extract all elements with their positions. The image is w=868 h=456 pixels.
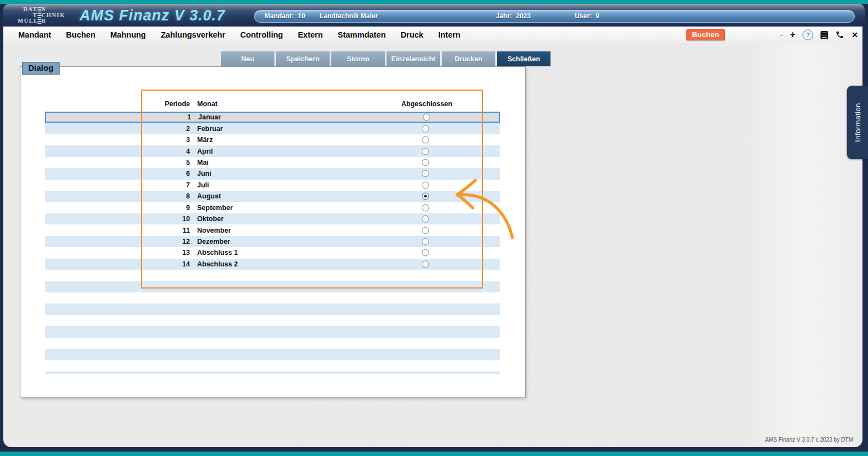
- radio-abgeschlossen[interactable]: [422, 125, 429, 132]
- mandant-value: 10: [298, 11, 305, 22]
- schlie-en-button[interactable]: Schließen: [497, 51, 551, 66]
- radio-abgeschlossen[interactable]: [423, 114, 430, 121]
- menu-item-intern[interactable]: Intern: [438, 30, 461, 39]
- jahr-value: 2023: [516, 11, 531, 22]
- cell-monat: August: [197, 192, 221, 200]
- cell-periode: 14: [45, 260, 190, 268]
- close-button[interactable]: ✕: [851, 31, 858, 39]
- table-row[interactable]: 2Februar: [45, 123, 500, 134]
- table-row[interactable]: 5Mai: [45, 157, 500, 168]
- cell-monat: Februar: [197, 125, 223, 133]
- cell-monat: September: [197, 204, 233, 212]
- menu-item-controlling[interactable]: Controlling: [240, 30, 283, 39]
- table-row[interactable]: [45, 360, 500, 371]
- maximize-button[interactable]: +: [790, 30, 795, 39]
- menu-item-mahnung[interactable]: Mahnung: [110, 30, 146, 39]
- table-row[interactable]: 13Abschluss 1: [45, 247, 500, 258]
- cell-periode: 10: [45, 215, 190, 223]
- menu-item-buchen[interactable]: Buchen: [66, 30, 96, 39]
- table-row[interactable]: 1Januar: [45, 112, 500, 123]
- radio-abgeschlossen[interactable]: [422, 260, 429, 268]
- mandant-label: Mandant:: [264, 11, 294, 22]
- table-row[interactable]: [45, 281, 500, 292]
- table-row[interactable]: 3März: [45, 134, 500, 145]
- table-row[interactable]: [45, 326, 500, 337]
- cell-monat: Januar: [198, 113, 221, 121]
- mandant-info: Mandant: 10: [264, 11, 305, 22]
- main-content: NeuSpeichernStornoEinzelansichtDruckenSc…: [3, 43, 862, 447]
- radio-abgeschlossen[interactable]: [422, 159, 429, 166]
- cell-monat: Oktober: [197, 215, 224, 223]
- menu-item-zahlungsverkehr[interactable]: Zahlungsverkehr: [161, 30, 225, 39]
- radio-abgeschlossen[interactable]: [422, 249, 429, 256]
- table-row[interactable]: 11November: [45, 224, 500, 235]
- table-row[interactable]: 14Abschluss 2: [45, 259, 500, 270]
- cell-monat: Mai: [197, 159, 209, 166]
- dialog-panel: Periode Monat Abgeschlossen 1Januar2Febr…: [20, 66, 526, 397]
- table-row[interactable]: 6Juni: [45, 168, 500, 179]
- menu-item-druck[interactable]: Druck: [401, 30, 424, 39]
- toolbar: NeuSpeichernStornoEinzelansichtDruckenSc…: [221, 51, 551, 66]
- column-header-monat: Monat: [197, 100, 218, 108]
- column-header-abgeschlossen: Abgeschlossen: [372, 100, 482, 108]
- cell-periode: 7: [45, 181, 190, 189]
- speichern-button[interactable]: Speichern: [276, 51, 330, 66]
- notes-icon[interactable]: [821, 31, 828, 39]
- table-row[interactable]: [45, 315, 500, 326]
- radio-abgeschlossen[interactable]: [422, 193, 429, 200]
- information-side-tab[interactable]: Information: [847, 86, 868, 159]
- table-row[interactable]: 7Juli: [45, 180, 500, 191]
- menu-item-stammdaten[interactable]: Stammdaten: [338, 30, 386, 39]
- cell-monat: Juli: [197, 181, 209, 189]
- table-row[interactable]: 10Oktober: [45, 213, 500, 224]
- logo-text: R: [41, 18, 65, 24]
- radio-abgeschlossen[interactable]: [422, 137, 429, 144]
- app-title: AMS Finanz V 3.0.7: [80, 7, 225, 24]
- radio-abgeschlossen[interactable]: [422, 170, 429, 177]
- table-row[interactable]: [45, 303, 500, 315]
- dialog-tab-label: Dialog: [22, 62, 60, 75]
- logo-text: DAT: [18, 7, 38, 13]
- table-row[interactable]: [45, 338, 500, 349]
- radio-abgeschlossen[interactable]: [422, 238, 429, 245]
- table-row[interactable]: 8August: [45, 191, 500, 202]
- drucken-button[interactable]: Drucken: [442, 51, 495, 66]
- table-row[interactable]: 4April: [45, 145, 500, 156]
- client-name: Landtechnik Maier: [320, 11, 378, 22]
- table-row[interactable]: 12Dezember: [45, 236, 500, 247]
- help-icon[interactable]: ?: [802, 29, 813, 40]
- radio-abgeschlossen[interactable]: [422, 227, 429, 234]
- cell-monat: Dezember: [197, 238, 230, 245]
- table-row[interactable]: [45, 270, 500, 281]
- cell-periode: 12: [45, 238, 190, 245]
- einzelansicht-button[interactable]: Einzelansicht: [387, 51, 440, 66]
- logo-text: MÜLL: [18, 18, 38, 24]
- radio-abgeschlossen[interactable]: [422, 181, 429, 188]
- cell-periode: 8: [45, 192, 190, 200]
- company-logo: DAT N T CHNIK MÜLL R: [18, 7, 65, 24]
- table-row[interactable]: 9September: [45, 202, 500, 213]
- minimize-button[interactable]: -: [780, 30, 783, 39]
- table-row[interactable]: [45, 292, 500, 303]
- menu-item-mandant[interactable]: Mandant: [18, 30, 51, 39]
- cell-monat: Abschluss 2: [197, 260, 238, 268]
- jahr-label: Jahr:: [496, 11, 512, 22]
- radio-abgeschlossen[interactable]: [422, 216, 429, 223]
- storno-button[interactable]: Storno: [331, 51, 385, 66]
- neu-button[interactable]: Neu: [221, 51, 274, 66]
- cell-periode: 11: [45, 227, 190, 234]
- table-row[interactable]: [45, 371, 500, 374]
- cell-monat: November: [197, 227, 231, 234]
- radio-abgeschlossen[interactable]: [422, 148, 429, 155]
- phone-icon[interactable]: [835, 30, 844, 39]
- cell-periode: 1: [46, 113, 191, 121]
- cell-monat: März: [197, 136, 213, 144]
- menu-item-extern[interactable]: Extern: [298, 30, 322, 39]
- radio-abgeschlossen[interactable]: [422, 204, 429, 211]
- cell-periode: 3: [45, 136, 190, 144]
- titlebar: DAT N T CHNIK MÜLL R AMS Finanz V 3.0.7: [3, 4, 865, 27]
- table-row[interactable]: [45, 349, 500, 360]
- window-controls: - + ? ✕: [780, 27, 858, 43]
- column-header-periode: Periode: [103, 100, 190, 108]
- logo-text: N: [41, 7, 65, 13]
